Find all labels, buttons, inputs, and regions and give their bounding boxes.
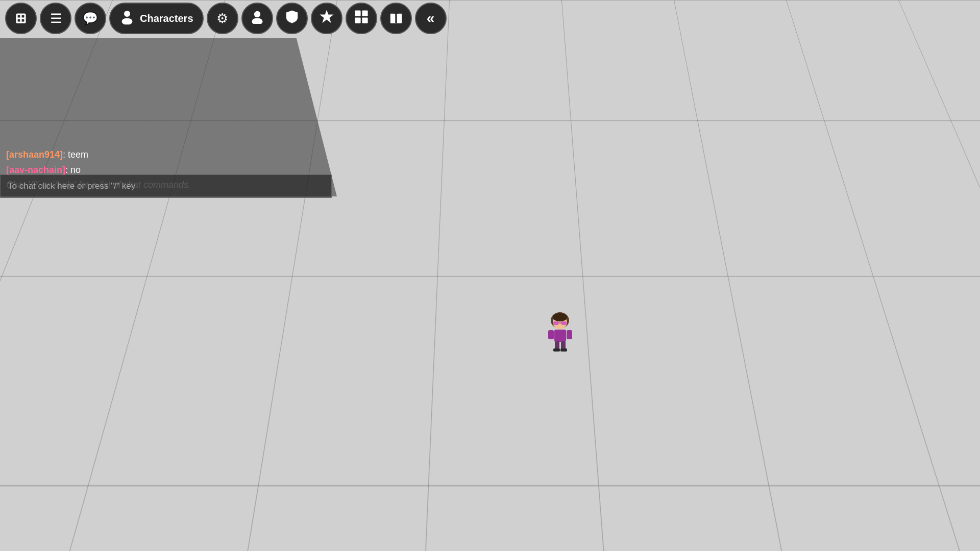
chat-text-1: teem [65, 149, 88, 160]
svg-rect-3 [18, 19, 20, 22]
svg-rect-27 [560, 348, 567, 352]
svg-rect-2 [22, 15, 24, 18]
characters-label: Characters [140, 13, 193, 24]
svg-rect-26 [553, 348, 560, 352]
svg-point-28 [553, 313, 567, 321]
settings-button[interactable]: ⚙ [207, 3, 238, 34]
svg-rect-24 [555, 341, 559, 349]
toolbar: ☰ 💬 Characters ⚙ [0, 0, 452, 37]
svg-rect-22 [548, 330, 554, 339]
star-icon [319, 9, 334, 28]
characters-icon [119, 9, 135, 28]
characters-button[interactable]: Characters [109, 3, 204, 34]
chat-panel: [arshaan914]: teem [aav-nachain]: no Cha… [0, 38, 337, 196]
chat-message-1: [arshaan914]: teem [6, 148, 331, 161]
player-character [541, 311, 582, 352]
svg-rect-18 [553, 321, 558, 325]
quest-button[interactable] [276, 3, 308, 34]
back-icon: « [427, 10, 435, 27]
shield-icon [285, 10, 299, 27]
chat-input-placeholder: To chat click here or press "/" key [8, 181, 135, 191]
svg-rect-9 [355, 10, 360, 16]
gift-button[interactable] [380, 3, 412, 34]
svg-rect-4 [22, 19, 24, 22]
svg-point-6 [122, 18, 133, 24]
menu-button[interactable]: ☰ [40, 3, 71, 34]
svg-rect-23 [567, 330, 572, 339]
svg-point-8 [252, 18, 262, 24]
profile-button[interactable] [241, 3, 273, 34]
svg-point-5 [124, 11, 130, 17]
svg-rect-0 [16, 13, 26, 23]
svg-rect-10 [362, 10, 368, 16]
chat-icon: 💬 [83, 11, 98, 26]
chat-username-1: [arshaan914] [6, 149, 63, 160]
inventory-icon [354, 10, 369, 27]
gear-icon: ⚙ [216, 11, 228, 27]
chat-text-2: no [68, 165, 81, 175]
gift-icon [389, 10, 403, 27]
person-icon [250, 10, 264, 27]
svg-rect-19 [561, 321, 567, 325]
svg-rect-1 [18, 15, 20, 18]
chat-button[interactable]: 💬 [75, 3, 106, 34]
menu-icon: ☰ [50, 11, 62, 27]
chat-input-area[interactable]: To chat click here or press "/" key [0, 174, 332, 198]
svg-point-7 [254, 11, 260, 17]
svg-rect-12 [362, 17, 368, 23]
skills-button[interactable] [311, 3, 342, 34]
back-button[interactable]: « [415, 3, 447, 34]
chat-username-2: [aav-nachain] [6, 165, 65, 175]
svg-rect-25 [561, 341, 566, 349]
inventory-button[interactable] [346, 3, 377, 34]
svg-rect-11 [355, 17, 360, 23]
roblox-logo-button[interactable] [5, 3, 37, 34]
svg-rect-15 [395, 10, 397, 23]
svg-rect-21 [554, 330, 566, 342]
